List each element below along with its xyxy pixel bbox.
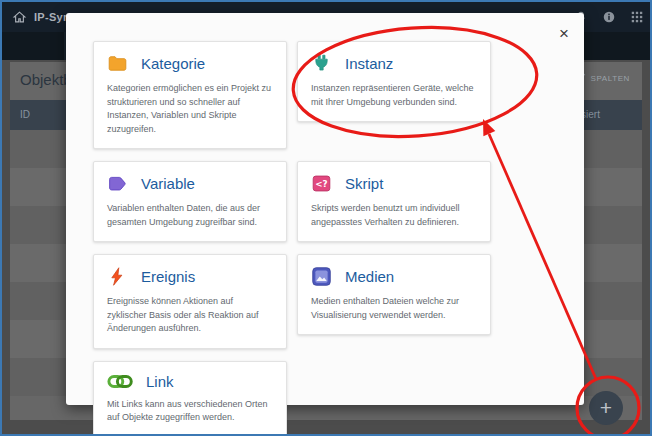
card-description: Medien enthalten Dateien welche zur Visu…: [311, 295, 477, 322]
card-instanz[interactable]: Instanz Instanzen repräsentieren Geräte,…: [297, 41, 491, 122]
card-title: Skript: [345, 175, 383, 192]
columns-button-label: SPALTEN: [591, 74, 630, 83]
info-icon[interactable]: [602, 10, 616, 24]
tag-icon: [107, 173, 128, 194]
screenshot-frame: IP-Symcon OBJEKTBAUM Objekt: [0, 0, 652, 436]
card-title: Link: [146, 373, 174, 390]
card-title: Kategorie: [141, 55, 205, 72]
card-medien[interactable]: Medien Medien enthalten Dateien welche z…: [297, 254, 491, 335]
card-variable[interactable]: Variable Variablen enthalten Daten, die …: [93, 161, 287, 242]
card-title: Instanz: [345, 55, 393, 72]
object-type-cards: Kategorie Kategorien ermöglichen es ein …: [93, 41, 491, 436]
script-icon: <?: [311, 173, 332, 194]
card-ereignis[interactable]: Ereignis Ereignisse können Aktionen auf …: [93, 254, 287, 349]
apps-grid-icon[interactable]: [630, 10, 644, 24]
card-description: Skripts werden benutzt um individuell an…: [311, 202, 477, 229]
home-icon[interactable]: [12, 10, 27, 25]
create-object-dialog: × Kategorie Kategorien ermöglichen es ei…: [66, 13, 584, 405]
card-title: Variable: [141, 175, 195, 192]
card-description: Mit Links kann aus verschiedenen Orten a…: [107, 398, 273, 425]
header-actions: [574, 2, 644, 32]
column-header-id: ID: [20, 109, 30, 120]
card-link[interactable]: Link Mit Links kann aus verschiedenen Or…: [93, 361, 287, 436]
card-description: Ereignisse können Aktionen auf zyklische…: [107, 295, 273, 336]
lightning-icon: [107, 266, 128, 287]
card-skript[interactable]: <? Skript Skripts werden benutzt um indi…: [297, 161, 491, 242]
close-icon[interactable]: ×: [557, 23, 571, 44]
card-description: Instanzen repräsentieren Geräte, welche …: [311, 82, 477, 109]
chain-link-icon: [107, 373, 133, 390]
folder-icon: [107, 53, 128, 74]
media-image-icon: [311, 266, 332, 287]
card-description: Kategorien ermöglichen es ein Projekt zu…: [107, 82, 273, 136]
card-title: Medien: [345, 268, 394, 285]
card-description: Variablen enthalten Daten, die aus der g…: [107, 202, 273, 229]
card-title: Ereignis: [141, 268, 195, 285]
card-kategorie[interactable]: Kategorie Kategorien ermöglichen es ein …: [93, 41, 287, 149]
plug-icon: [311, 53, 332, 74]
svg-text:<?: <?: [315, 179, 327, 189]
add-object-button[interactable]: +: [589, 391, 623, 425]
